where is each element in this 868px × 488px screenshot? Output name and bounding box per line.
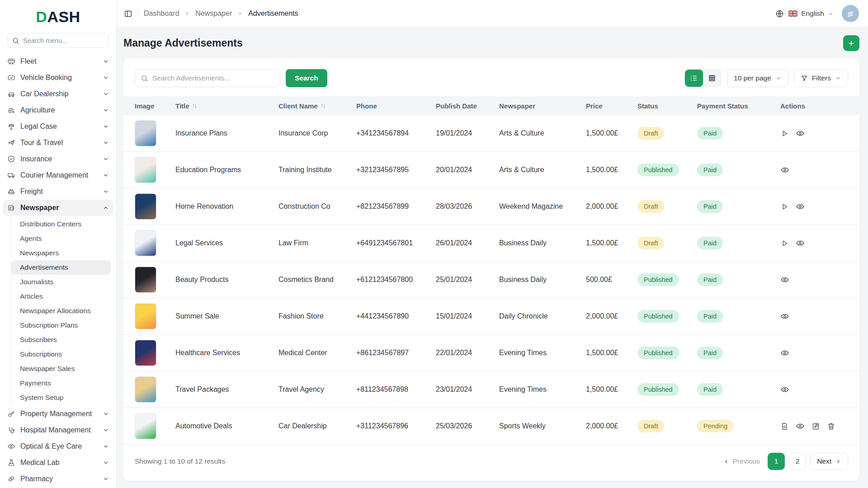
- sidebar-item-newspaper[interactable]: Newspaper: [3, 200, 113, 216]
- table-header-row: ImageTitle↑↓Client Name↑↓PhonePublish Da…: [123, 96, 859, 115]
- sidebar-item-hospital-management[interactable]: Hospital Management: [3, 422, 113, 438]
- view-action-button[interactable]: [796, 202, 805, 211]
- sidebar-item-label: Insurance: [20, 155, 98, 163]
- row-title: Healthcare Services: [175, 349, 278, 357]
- sidebar-subitem-articles[interactable]: Articles: [11, 289, 111, 304]
- sidebar-item-legal-case[interactable]: Legal Case: [3, 118, 113, 135]
- sidebar-item-agriculture[interactable]: Agriculture: [3, 102, 113, 118]
- view-action-button[interactable]: [780, 385, 789, 394]
- column-header-image: Image: [135, 102, 175, 110]
- sidebar-subitem-distribution-centers[interactable]: Distribution Centers: [11, 217, 111, 231]
- sidebar-subitem-system-setup[interactable]: System Setup: [11, 390, 111, 405]
- view-action-button[interactable]: [780, 165, 789, 174]
- previous-page-button[interactable]: Previous: [720, 457, 764, 465]
- sidebar-item-pharmacy[interactable]: Pharmacy: [3, 471, 113, 487]
- chevron-down-icon: [828, 11, 834, 17]
- publish-action-button[interactable]: [780, 202, 789, 211]
- per-page-select[interactable]: 10 per page: [727, 69, 788, 87]
- list-view-button[interactable]: [685, 70, 703, 87]
- uk-flag-icon: [788, 10, 797, 17]
- sidebar-subitem-newspaper-allocations[interactable]: Newspaper Allocations: [11, 304, 111, 318]
- document-action-button[interactable]: [780, 422, 789, 431]
- agriculture-icon: [7, 106, 15, 114]
- sidebar-toggle-icon[interactable]: [124, 9, 132, 18]
- view-icon: [796, 202, 805, 211]
- sidebar-item-vehicle-booking[interactable]: Vehicle Booking: [3, 70, 113, 86]
- breadcrumb-newspaper[interactable]: Newspaper: [195, 9, 232, 18]
- chevron-down-icon: [103, 460, 109, 466]
- sidebar-subitem-agents[interactable]: Agents: [11, 231, 111, 246]
- sidebar-item-label: Medical Lab: [20, 459, 98, 467]
- sidebar-item-fleet[interactable]: Fleet: [3, 53, 113, 70]
- chevron-down-icon: [103, 75, 109, 81]
- table-row: Legal ServicesLaw Firm+649123456780126/0…: [123, 225, 859, 262]
- breadcrumb-dashboard[interactable]: Dashboard: [144, 9, 179, 18]
- actions-cell: [780, 275, 848, 284]
- sidebar-subitem-subscriptions[interactable]: Subscriptions: [11, 347, 111, 361]
- row-client-name: Insurance Corp: [278, 129, 356, 137]
- page-button-2[interactable]: 2: [789, 453, 806, 470]
- sidebar-item-label: Vehicle Booking: [20, 74, 98, 82]
- view-action-button[interactable]: [780, 275, 789, 284]
- sidebar: DASH FleetVehicle BookingCar DealershipA…: [0, 0, 117, 488]
- row-price: 1,500.00£: [586, 349, 637, 357]
- row-price: 1,500.00£: [586, 129, 637, 137]
- view-icon: [796, 239, 805, 248]
- row-title: Insurance Plans: [175, 129, 278, 137]
- view-action-button[interactable]: [780, 348, 789, 357]
- view-icon: [796, 129, 805, 138]
- row-title: Home Renovation: [175, 202, 278, 211]
- row-newspaper: Weekend Magazine: [499, 202, 586, 211]
- actions-cell: [780, 239, 848, 248]
- column-header-payment-status: Payment Status: [697, 102, 780, 110]
- view-action-button[interactable]: [796, 239, 805, 248]
- table-toolbar: Search: [123, 58, 859, 96]
- row-client-name: Travel Agency: [278, 385, 356, 394]
- language-label: English: [801, 9, 824, 18]
- brand-logo-d: D: [36, 8, 47, 25]
- sidebar-subitem-newspaper-sales[interactable]: Newspaper Sales: [11, 361, 111, 376]
- language-selector[interactable]: English: [788, 9, 834, 18]
- sidebar-item-car-dealership[interactable]: Car Dealership: [3, 86, 113, 102]
- sidebar-item-medical-lab[interactable]: Medical Lab: [3, 455, 113, 471]
- sidebar-search-input[interactable]: [23, 37, 104, 44]
- edit-action-button[interactable]: [811, 422, 820, 431]
- search-button[interactable]: Search: [286, 69, 327, 87]
- pharmacy-icon: [7, 475, 15, 483]
- sidebar-item-property-management[interactable]: Property Management: [3, 406, 113, 422]
- view-action-button[interactable]: [796, 422, 805, 431]
- view-action-button[interactable]: [780, 312, 789, 321]
- user-avatar[interactable]: [842, 5, 859, 22]
- sort-icon[interactable]: ↑↓: [321, 103, 326, 109]
- sidebar-subitem-journalists[interactable]: Journalists: [11, 275, 111, 289]
- sidebar-item-insurance[interactable]: Insurance: [3, 151, 113, 167]
- sidebar-subitem-newspapers[interactable]: Newspapers: [11, 246, 111, 260]
- grid-view-button[interactable]: [703, 70, 721, 87]
- actions-cell: [780, 312, 848, 321]
- publish-action-button[interactable]: [780, 129, 789, 138]
- advertisements-search-input[interactable]: [152, 74, 274, 82]
- add-advertisement-button[interactable]: [843, 35, 859, 51]
- sidebar-subitem-subscribers[interactable]: Subscribers: [11, 333, 111, 347]
- filters-button[interactable]: Filters: [794, 69, 848, 87]
- tour-travel-icon: [7, 139, 15, 147]
- sidebar-subitem-payments[interactable]: Payments: [11, 376, 111, 390]
- sort-icon[interactable]: ↑↓: [192, 103, 197, 109]
- view-action-button[interactable]: [796, 129, 805, 138]
- sidebar-item-tour-travel[interactable]: Tour & Travel: [3, 135, 113, 151]
- sidebar-subitem-advertisements[interactable]: Advertisements: [11, 260, 111, 275]
- delete-action-button[interactable]: [827, 422, 835, 431]
- page-button-1[interactable]: 1: [768, 453, 785, 470]
- ad-thumbnail: [135, 230, 156, 256]
- next-page-button[interactable]: Next: [810, 453, 848, 470]
- status-badge: Published: [637, 310, 679, 323]
- sidebar-item-freight[interactable]: Freight: [3, 183, 113, 200]
- status-cell: Published: [637, 383, 697, 396]
- hospital-icon: [7, 426, 15, 434]
- view-icon: [780, 385, 789, 394]
- sidebar-item-optical-eye-care[interactable]: Optical & Eye Care: [3, 438, 113, 455]
- chevron-right-icon: [237, 11, 243, 16]
- publish-action-button[interactable]: [780, 239, 789, 248]
- sidebar-item-courier-management[interactable]: Courier Management: [3, 167, 113, 183]
- sidebar-subitem-subscription-plans[interactable]: Subscription Plans: [11, 318, 111, 333]
